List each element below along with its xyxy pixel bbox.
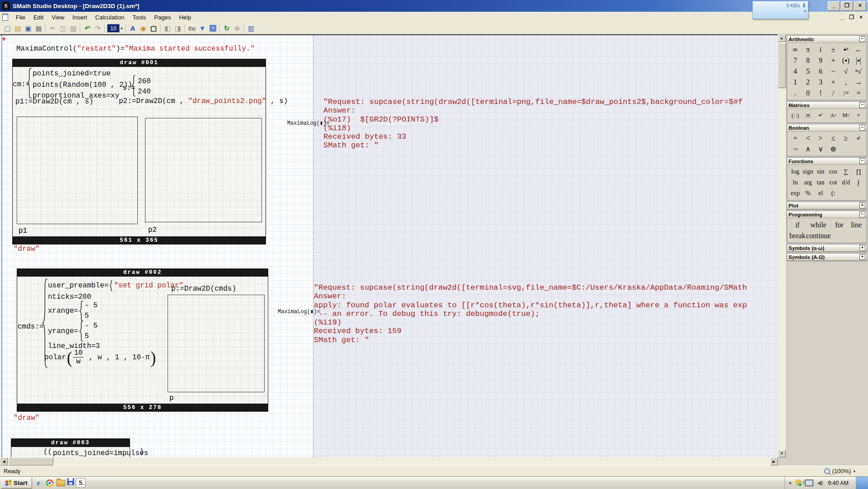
menu-edit[interactable]: Edit <box>29 13 47 22</box>
palette-continue[interactable]: continue <box>806 230 831 241</box>
palette-backspace[interactable]: ← <box>852 44 865 55</box>
palette-cot[interactable]: cot <box>827 177 840 188</box>
palette-if[interactable]: if <box>789 220 806 230</box>
collapse-icon[interactable]: − <box>859 125 865 131</box>
volume-icon[interactable]: ◀))) <box>817 480 822 485</box>
panel-header-plot[interactable]: Plot+ <box>787 202 867 209</box>
palette-line[interactable]: line <box>848 220 865 230</box>
palette-percent[interactable]: % <box>802 188 814 198</box>
palette-for[interactable]: for <box>831 220 848 230</box>
menu-view[interactable]: View <box>47 13 68 22</box>
menu-insert[interactable]: Insert <box>68 13 91 22</box>
collapse-icon[interactable]: − <box>859 36 865 42</box>
menu-file[interactable]: File <box>12 13 29 22</box>
recalculate-button[interactable]: ↻ <box>222 24 232 33</box>
expand-icon[interactable]: + <box>859 245 865 251</box>
palette-determinant[interactable]: |▪| <box>802 110 814 121</box>
palette-digit-8[interactable]: 8 <box>802 55 814 66</box>
palette-absolute-value[interactable]: |▪| <box>852 55 865 66</box>
font-size-input[interactable]: 10 <box>107 24 120 33</box>
save-button[interactable]: ▣ <box>23 24 33 33</box>
scroll-right-button[interactable]: ▶ <box>770 457 778 465</box>
maxima-control-expression[interactable]: MaximaControl("restart")="Maxima started… <box>16 44 255 53</box>
palette-arguments[interactable]: (: <box>827 188 840 198</box>
network-monitor-widget[interactable]: 5 KB/s ⇓ ▾ <box>752 1 808 19</box>
p-definition[interactable]: p:=Draw2D(cmds) <box>171 285 236 293</box>
open-button[interactable]: ▤ <box>13 24 23 33</box>
palette-pi[interactable]: π <box>802 44 814 55</box>
palette-less-or-equal[interactable]: ≤ <box>827 133 840 143</box>
widget-dropdown-icon[interactable]: ▾ <box>804 9 806 14</box>
palette-derivative[interactable]: d/d <box>840 177 852 188</box>
expand-icon[interactable]: + <box>859 202 865 208</box>
palette-not[interactable]: ¬ <box>789 144 802 154</box>
network-status-icon[interactable] <box>805 480 813 486</box>
palette-tan[interactable]: tan <box>814 177 827 188</box>
chrome-shortcut[interactable] <box>45 478 55 488</box>
panel-header-functions[interactable]: Functions− <box>787 158 867 165</box>
palette-ln[interactable]: ln <box>789 177 802 188</box>
palette-algebraic-addition[interactable]: A▫ <box>827 110 840 121</box>
palette-minus[interactable]: − <box>827 66 840 76</box>
start-button[interactable]: Start <box>1 478 32 489</box>
palette-and[interactable]: ∧ <box>802 144 814 154</box>
collapse-icon[interactable]: − <box>859 212 865 217</box>
new-document-button[interactable]: ▢ <box>2 24 13 33</box>
smath-shortcut[interactable]: S <box>76 478 85 488</box>
palette-break[interactable]: break <box>789 230 806 241</box>
palette-power[interactable]: ▪ⁿ <box>840 44 852 55</box>
palette-log[interactable]: log <box>789 166 802 177</box>
plot-frame-p[interactable] <box>168 295 265 392</box>
restore-button[interactable]: ❐ <box>841 1 853 11</box>
palette-greater-than[interactable]: > <box>814 133 827 143</box>
draw-002-header[interactable]: draw #002 <box>17 268 268 277</box>
hide-icons-chevron-icon[interactable]: » <box>787 481 793 484</box>
palette-comma[interactable]: , <box>840 77 852 87</box>
palette-digit-6[interactable]: 6 <box>814 66 827 76</box>
menu-tools[interactable]: Tools <box>128 13 150 22</box>
palette-transpose[interactable]: ▪ᵀ <box>814 110 827 121</box>
print-button[interactable]: ▦ <box>33 24 44 33</box>
zoom-dropdown-icon[interactable]: ▾ <box>853 469 855 474</box>
horizontal-scrollbar[interactable]: ◀ ▶ <box>0 457 778 465</box>
palette-multiply[interactable]: × <box>827 77 840 87</box>
draw-001-header[interactable]: draw #001 <box>13 59 266 67</box>
plot-frame-p1[interactable] <box>17 117 138 224</box>
taskbar-corner[interactable] <box>856 477 868 489</box>
palette-divide[interactable]: / <box>827 88 840 98</box>
vertical-scrollbar[interactable]: ▲ ▼ <box>778 34 786 457</box>
child-restore-button[interactable]: ❐ <box>849 14 854 20</box>
palette-product[interactable]: ∏ <box>852 166 865 177</box>
palette-element[interactable]: el <box>814 188 827 198</box>
expand-icon[interactable]: + <box>859 254 865 260</box>
folder-shortcut[interactable] <box>56 480 65 486</box>
title-bar[interactable]: S SMath Studio Desktop - [Draw2D3D (1).s… <box>0 0 868 12</box>
palette-cos[interactable]: cos <box>827 166 840 177</box>
panel-header-arithmetic[interactable]: Arithmetic− <box>787 36 867 43</box>
palette-minor[interactable]: M▫ <box>840 110 852 121</box>
floppy-shortcut[interactable] <box>67 478 74 485</box>
palette-parentheses[interactable]: (▪) <box>840 55 852 66</box>
palette-plus[interactable]: + <box>827 55 840 66</box>
close-button[interactable]: × <box>854 1 866 11</box>
palette-xor[interactable]: ⊕ <box>827 144 840 154</box>
palette-bool-equals[interactable]: = <box>789 133 802 143</box>
background-color-button[interactable]: ◉ <box>138 24 149 33</box>
child-minimize-button[interactable]: _ <box>841 14 844 20</box>
font-color-button[interactable]: A <box>128 24 138 33</box>
palette-digit-0[interactable]: 0 <box>802 88 814 98</box>
palette-imaginary-unit[interactable]: i <box>814 44 827 55</box>
scroll-down-button[interactable]: ▼ <box>778 450 786 457</box>
palette-digit-1[interactable]: 1 <box>789 77 802 87</box>
font-size-dropdown-icon[interactable]: ▾ <box>121 26 123 31</box>
insert-function-button[interactable]: f(x) <box>187 24 197 33</box>
palette-nth-root[interactable]: ⁿ√ <box>852 66 865 76</box>
collapse-icon[interactable]: − <box>859 102 865 108</box>
palette-definition[interactable]: := <box>840 88 852 98</box>
palette-evaluate-arrow[interactable]: → <box>852 77 865 87</box>
palette-infinity[interactable]: ∞ <box>789 44 802 55</box>
draw-region-003[interactable]: draw #003 (( points_joined=impulses ) <box>11 438 130 457</box>
worksheet-canvas[interactable]: + MaximaControl("restart")="Maxima start… <box>0 34 778 457</box>
palette-decimal-point[interactable]: . <box>789 88 802 98</box>
palette-sign[interactable]: sign <box>802 166 814 177</box>
